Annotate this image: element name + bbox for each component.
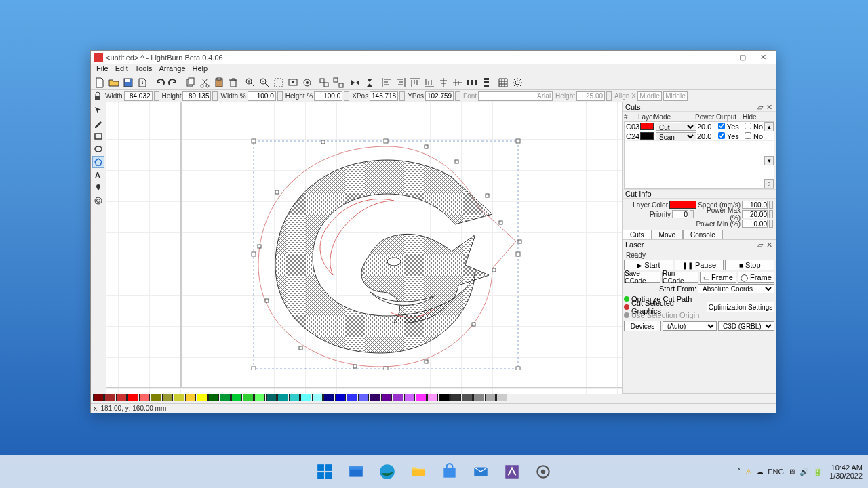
palette-chip[interactable] bbox=[277, 394, 288, 401]
minimize-button[interactable]: ─ bbox=[712, 52, 732, 64]
palette-chip[interactable] bbox=[347, 394, 357, 401]
menu-edit[interactable]: Edit bbox=[115, 64, 128, 75]
layer-up-button[interactable]: ▴ bbox=[764, 122, 774, 131]
ungroup-icon[interactable] bbox=[332, 76, 345, 89]
palette-chip[interactable] bbox=[370, 394, 380, 401]
offset-tool[interactable] bbox=[92, 195, 104, 207]
cuts-undock-button[interactable]: ▱ bbox=[756, 104, 764, 110]
start-button[interactable]: ▶ Start bbox=[624, 260, 673, 270]
palette-chip[interactable] bbox=[254, 394, 265, 401]
tab-cuts[interactable]: Cuts bbox=[623, 230, 652, 239]
tab-move[interactable]: Move bbox=[652, 230, 683, 239]
file-explorer-icon[interactable] bbox=[405, 458, 432, 485]
palette-chip[interactable] bbox=[485, 394, 496, 401]
cuts-list[interactable]: C03 Cut 20.0 Yes No C24 Scan 20.0 bbox=[624, 121, 774, 189]
tab-console[interactable]: Console bbox=[683, 230, 723, 239]
marker-tool[interactable] bbox=[92, 182, 104, 194]
palette-chip[interactable] bbox=[439, 394, 450, 401]
align-right-icon[interactable] bbox=[394, 76, 408, 89]
palette-chip[interactable] bbox=[104, 394, 115, 401]
height-spinner[interactable] bbox=[212, 92, 218, 101]
palette-chip[interactable] bbox=[93, 394, 104, 401]
rect-tool[interactable] bbox=[92, 130, 104, 142]
cut-icon[interactable] bbox=[198, 76, 212, 89]
priority-input[interactable] bbox=[672, 210, 688, 218]
gear-icon[interactable] bbox=[511, 76, 524, 89]
layer-down-button[interactable]: ○ bbox=[764, 179, 774, 188]
palette-chip[interactable] bbox=[358, 394, 369, 401]
palette-chip[interactable] bbox=[289, 394, 300, 401]
width-input[interactable] bbox=[124, 92, 153, 101]
save-gcode-button[interactable]: Save GCode bbox=[624, 272, 660, 283]
port-select[interactable]: (Auto) bbox=[663, 321, 717, 331]
palette-chip[interactable] bbox=[127, 394, 138, 401]
undo-icon[interactable] bbox=[153, 76, 166, 89]
polygon-tool[interactable] bbox=[92, 156, 104, 168]
cuts-row[interactable]: C24 Scan 20.0 Yes No bbox=[625, 131, 774, 141]
new-icon[interactable] bbox=[93, 76, 106, 89]
tray-weather-icon[interactable]: ☁ bbox=[756, 468, 764, 476]
menu-help[interactable]: Help bbox=[193, 64, 208, 75]
menu-arrange[interactable]: Arrange bbox=[159, 64, 185, 75]
palette-chip[interactable] bbox=[404, 394, 415, 401]
explorer-icon[interactable] bbox=[342, 458, 370, 485]
zoom-in-icon[interactable] bbox=[243, 76, 257, 89]
height-input[interactable] bbox=[182, 92, 211, 101]
palette-chip[interactable] bbox=[300, 394, 311, 401]
palette-chip[interactable] bbox=[312, 394, 323, 401]
edge-icon[interactable] bbox=[374, 458, 401, 485]
lock-icon[interactable] bbox=[93, 92, 102, 101]
output-checkbox[interactable] bbox=[718, 132, 725, 139]
tray-chevron-icon[interactable]: ˄ bbox=[737, 468, 741, 476]
palette-chip[interactable] bbox=[162, 394, 173, 401]
text-tool[interactable]: A bbox=[92, 169, 104, 181]
aligny-select[interactable] bbox=[663, 92, 688, 101]
oframe-button[interactable]: ◯ Frame bbox=[738, 272, 774, 283]
mode-select[interactable]: Cut bbox=[656, 123, 696, 131]
palette-chip[interactable] bbox=[231, 394, 242, 401]
flip-v-icon[interactable] bbox=[363, 76, 376, 89]
save-icon[interactable] bbox=[121, 76, 135, 89]
output-checkbox[interactable] bbox=[718, 123, 725, 129]
alignx-select[interactable] bbox=[637, 92, 662, 101]
ypos-input[interactable] bbox=[425, 92, 454, 101]
delete-icon[interactable] bbox=[226, 76, 240, 89]
mode-select[interactable]: Scan bbox=[656, 132, 696, 140]
palette-chip[interactable] bbox=[393, 394, 403, 401]
palette-chip[interactable] bbox=[139, 394, 150, 401]
hide-checkbox[interactable] bbox=[745, 132, 751, 139]
power-min-input[interactable] bbox=[742, 220, 768, 228]
font-height-input[interactable] bbox=[576, 92, 605, 101]
start-from-select[interactable]: Absolute Coords bbox=[698, 284, 774, 293]
settings-icon[interactable] bbox=[300, 76, 314, 89]
canvas[interactable] bbox=[106, 102, 622, 394]
align-top-icon[interactable] bbox=[408, 76, 422, 89]
laser-close-button[interactable]: ✕ bbox=[765, 241, 773, 248]
store-icon[interactable] bbox=[436, 458, 463, 485]
battery-icon[interactable]: 🔋 bbox=[813, 468, 823, 476]
palette-chip[interactable] bbox=[243, 394, 254, 401]
maximize-button[interactable]: ▢ bbox=[732, 52, 753, 64]
menu-file[interactable]: File bbox=[96, 64, 108, 75]
palette-chip[interactable] bbox=[462, 394, 473, 401]
palette-chip[interactable] bbox=[323, 394, 334, 401]
clock[interactable]: 10:42 AM 1/30/2022 bbox=[829, 464, 863, 480]
hide-checkbox[interactable] bbox=[745, 123, 751, 129]
palette-chip[interactable] bbox=[473, 394, 484, 401]
laser-undock-button[interactable]: ▱ bbox=[756, 241, 764, 248]
zoom-out-icon[interactable] bbox=[258, 76, 271, 89]
mail-icon[interactable] bbox=[467, 458, 494, 485]
run-gcode-button[interactable]: Run GCode bbox=[662, 272, 698, 283]
palette-chip[interactable] bbox=[174, 394, 184, 401]
align-center-v-icon[interactable] bbox=[451, 76, 465, 89]
palette-chip[interactable] bbox=[427, 394, 438, 401]
palette-chip[interactable] bbox=[266, 394, 277, 401]
cuts-close-button[interactable]: ✕ bbox=[765, 104, 773, 110]
layer-dup-button[interactable]: ▾ bbox=[764, 156, 774, 165]
palette-chip[interactable] bbox=[381, 394, 392, 401]
menu-tools[interactable]: Tools bbox=[135, 64, 153, 75]
tray-warning-icon[interactable]: ⚠ bbox=[745, 468, 752, 476]
palette-chip[interactable] bbox=[220, 394, 231, 401]
optimization-settings-button[interactable]: Optimization Settings bbox=[707, 302, 774, 312]
align-center-h-icon[interactable] bbox=[437, 76, 450, 89]
